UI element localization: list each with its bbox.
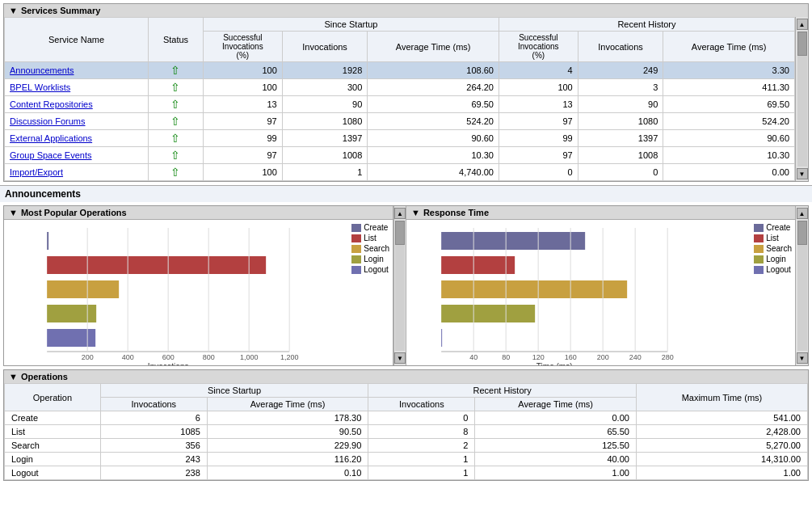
response-time-legend: Create List Search Login Logout xyxy=(751,220,795,279)
status-up-icon: ⇧ xyxy=(170,132,180,145)
svg-rect-22 xyxy=(441,305,535,322)
th-status: Status xyxy=(149,18,204,62)
chart-scroll-right-thumb[interactable] xyxy=(797,221,807,245)
status-up-icon: ⇧ xyxy=(170,81,180,94)
service-link[interactable]: Import/Export xyxy=(10,167,63,177)
table-row: Create 6 178.30 0 0.00 541.00 xyxy=(5,411,808,425)
th-ops-rh-invocations: Invocations xyxy=(368,398,475,411)
service-link[interactable]: Group Space Events xyxy=(10,150,92,160)
collapse-icon-response[interactable]: ▼ xyxy=(411,208,420,217)
scrollbar-track xyxy=(797,32,807,166)
service-link[interactable]: Content Repositories xyxy=(10,99,93,109)
table-row[interactable]: Discussion Forums ⇧ 97 1080 524.20 97 10… xyxy=(5,113,795,130)
svg-text:280: 280 xyxy=(662,353,674,361)
table-row[interactable]: Import/Export ⇧ 100 1 4,740.00 0 0 0.00 xyxy=(5,164,795,181)
collapse-icon[interactable]: ▼ xyxy=(9,6,18,15)
collapse-icon-popular[interactable]: ▼ xyxy=(9,208,18,217)
services-summary-title: Services Summary xyxy=(21,6,100,15)
services-scrollbar[interactable]: ▲ ▼ xyxy=(795,17,808,181)
services-summary-header: ▼ Services Summary xyxy=(4,4,808,17)
table-row: Login 243 116.20 1 40.00 14,310.00 xyxy=(5,453,808,466)
svg-text:200: 200 xyxy=(597,353,609,361)
scrollbar-down-btn[interactable]: ▼ xyxy=(797,168,808,179)
table-row[interactable]: External Applications ⇧ 99 1397 90.60 99… xyxy=(5,130,795,147)
th-ss-invocations: Invocations xyxy=(282,32,368,62)
svg-rect-1 xyxy=(47,256,266,274)
th-ops-rh-avg: Average Time (ms) xyxy=(475,398,636,411)
th-rh-success: SuccessfulInvocations(%) xyxy=(499,32,578,62)
table-row[interactable]: Group Space Events ⇧ 97 1008 10.30 97 10… xyxy=(5,147,795,164)
th-recent-history: Recent History xyxy=(499,18,794,32)
svg-rect-21 xyxy=(441,280,627,298)
chart-scroll-up[interactable]: ▲ xyxy=(394,208,406,219)
scrollbar-up-btn[interactable]: ▲ xyxy=(797,19,808,30)
announcements-label: Announcements xyxy=(0,185,812,202)
th-ss-avg: Average Time (ms) xyxy=(368,32,499,62)
svg-text:Invocations: Invocations xyxy=(148,362,189,365)
scrollbar-thumb[interactable] xyxy=(797,32,807,56)
chart-scrollbar-right[interactable]: ▲ ▼ xyxy=(795,206,808,365)
th-ops-ss-avg: Average Time (ms) xyxy=(207,398,368,411)
operations-title: Operations xyxy=(21,372,68,381)
status-up-icon: ⇧ xyxy=(170,166,180,179)
svg-text:400: 400 xyxy=(122,353,134,361)
service-link[interactable]: Announcements xyxy=(10,65,74,75)
operations-header: ▼ Operations xyxy=(4,370,808,383)
th-ops-recent-history: Recent History xyxy=(368,384,637,398)
status-up-icon: ⇧ xyxy=(170,149,180,162)
svg-text:1,200: 1,200 xyxy=(280,353,299,361)
table-row: Logout 238 0.10 1 1.00 1.00 xyxy=(5,466,808,480)
chart-scroll-right-down[interactable]: ▼ xyxy=(797,352,808,364)
table-row: Search 356 229.90 2 125.50 5,270.00 xyxy=(5,439,808,453)
svg-text:40: 40 xyxy=(469,353,478,361)
most-popular-legend: Create List Search Login Logout xyxy=(348,220,393,279)
services-table: Service Name Status Since Startup Recent… xyxy=(4,17,795,181)
chart-scroll-right-up[interactable]: ▲ xyxy=(797,208,808,219)
svg-text:600: 600 xyxy=(162,353,175,361)
response-time-header: ▼ Response Time xyxy=(406,206,795,220)
table-row: List 1085 90.50 8 65.50 2,428.00 xyxy=(5,425,808,439)
table-row[interactable]: Announcements ⇧ 100 1928 108.60 4 249 3.… xyxy=(5,62,795,79)
service-link[interactable]: External Applications xyxy=(10,133,92,143)
svg-rect-3 xyxy=(47,305,96,322)
operations-panel: ▼ Operations Operation Since Startup Rec… xyxy=(3,369,809,481)
status-up-icon: ⇧ xyxy=(170,115,180,128)
response-time-panel: ▼ Response Time 40 80 120 xyxy=(406,206,795,365)
service-link[interactable]: Discussion Forums xyxy=(10,116,86,126)
collapse-icon-ops[interactable]: ▼ xyxy=(9,372,18,381)
th-rh-avg: Average Time (ms) xyxy=(663,32,795,62)
most-popular-panel: ▼ Most Popular Operations 200 400 xyxy=(4,206,393,365)
svg-text:200: 200 xyxy=(82,353,94,361)
chart-scroll-right-track xyxy=(797,221,807,351)
operations-table: Operation Since Startup Recent History M… xyxy=(4,383,808,480)
svg-rect-4 xyxy=(47,329,95,347)
most-popular-header: ▼ Most Popular Operations xyxy=(4,206,393,220)
svg-rect-2 xyxy=(47,280,119,298)
chart-scrollbar-left[interactable]: ▲ ▼ xyxy=(393,206,406,365)
response-time-chart-area: 40 80 120 160 200 240 280 Time (ms) xyxy=(406,220,795,365)
svg-rect-23 xyxy=(441,329,442,347)
services-summary-panel: ▼ Services Summary Service Name Status S… xyxy=(3,3,809,182)
response-time-title: Response Time xyxy=(423,208,489,217)
svg-text:240: 240 xyxy=(629,353,642,361)
th-ops-max-time: Maximum Time (ms) xyxy=(636,384,807,411)
most-popular-title: Most Popular Operations xyxy=(21,208,127,217)
svg-rect-20 xyxy=(441,256,515,274)
th-ops-operation: Operation xyxy=(5,384,101,411)
svg-text:80: 80 xyxy=(502,353,510,361)
table-row[interactable]: BPEL Worklists ⇧ 100 300 264.20 100 3 41… xyxy=(5,79,795,96)
svg-text:Time (ms): Time (ms) xyxy=(536,362,573,365)
th-ops-ss-invocations: Invocations xyxy=(100,398,207,411)
most-popular-svg: 200 400 600 800 1,000 1,200 Invocations xyxy=(4,220,348,365)
chart-scroll-down[interactable]: ▼ xyxy=(394,352,406,364)
svg-rect-0 xyxy=(47,232,48,250)
response-time-svg: 40 80 120 160 200 240 280 Time (ms) xyxy=(406,220,751,365)
chart-scroll-track xyxy=(395,221,405,351)
table-row[interactable]: Content Repositories ⇧ 13 90 69.50 13 90… xyxy=(5,96,795,113)
svg-text:800: 800 xyxy=(203,353,215,361)
chart-scroll-thumb[interactable] xyxy=(395,221,405,245)
svg-text:120: 120 xyxy=(532,353,545,361)
th-ss-success: SuccessfulInvocations(%) xyxy=(203,32,282,62)
th-service-name: Service Name xyxy=(5,18,149,62)
service-link[interactable]: BPEL Worklists xyxy=(10,82,70,92)
